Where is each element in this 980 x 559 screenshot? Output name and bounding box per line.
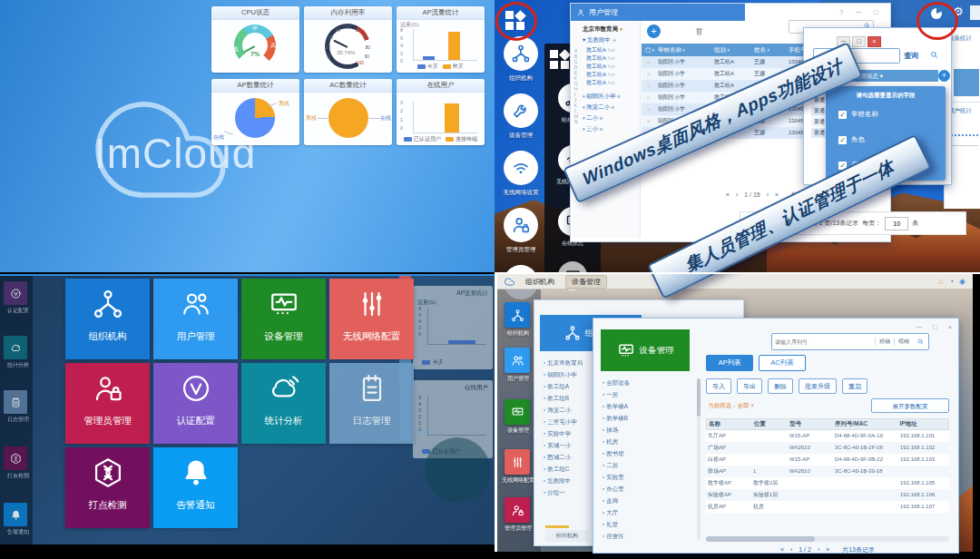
horizontal-scrollbar[interactable] <box>706 536 949 542</box>
tree-item[interactable]: 操场 <box>603 424 695 436</box>
table-row[interactable]: 白楼APW15-APD4-68-4D-9F-0B-22192.168.1.103 <box>706 454 949 466</box>
sliders-icon[interactable] <box>505 449 530 475</box>
device-window-header[interactable]: 设备管理 <box>601 329 690 371</box>
close-button[interactable]: × <box>867 36 881 47</box>
serial-search-input[interactable] <box>772 338 875 346</box>
tile-auth-config[interactable]: 认证配置 <box>153 363 238 444</box>
toolbar-button[interactable]: 删除 <box>768 378 793 394</box>
column-header[interactable]: IP地址 <box>897 420 948 428</box>
tree-item[interactable]: 全部设备 <box>603 377 695 388</box>
field-option[interactable]: ✓角色 <box>838 135 865 144</box>
tile-log-management[interactable]: 日志管理 <box>329 363 414 444</box>
alphabet-index[interactable]: M <box>574 114 578 120</box>
tree-group[interactable]: 三小 <box>583 123 637 134</box>
tree-item[interactable]: 走廊 <box>603 495 695 506</box>
taskbar-tab-active[interactable]: 设备管理 <box>565 275 607 289</box>
search-icon[interactable] <box>913 338 928 346</box>
fuzzy-mode-select[interactable]: 模糊 <box>894 338 913 346</box>
tree-item[interactable]: 教工组A <box>586 71 637 79</box>
admin-lock-icon[interactable] <box>505 497 530 523</box>
tree-item[interactable]: 教学楼A <box>603 400 695 412</box>
toolbar-button[interactable]: 导入 <box>706 378 731 394</box>
toolbar-button[interactable]: 重启 <box>842 378 867 394</box>
wifi-icon[interactable] <box>504 151 538 185</box>
column-group[interactable]: 组别 <box>712 46 752 54</box>
tree-item[interactable]: 实验室 <box>603 471 695 483</box>
org-chart-icon[interactable] <box>505 302 530 328</box>
pagination[interactable]: « ‹ 1 / 2 › » 共13条记录 <box>706 545 949 554</box>
tree-item[interactable]: 教工组A <box>586 54 637 63</box>
column-header[interactable]: 序列号/MAC <box>833 420 897 428</box>
tree-group[interactable]: 朝阳区小学 <box>583 91 637 102</box>
field-option[interactable]: ✓学校名称 <box>838 110 878 119</box>
tree-item[interactable]: 宿舍区 <box>603 530 695 542</box>
tree-item[interactable]: 教工组A <box>586 46 637 54</box>
per-page-input[interactable] <box>885 217 908 230</box>
window-controls[interactable]: ─ □ × <box>916 322 954 332</box>
tile-alert-notification[interactable]: 告警通知 <box>153 447 238 528</box>
window-titlebar[interactable]: 用户管理 <box>571 4 745 21</box>
status-column-header[interactable]: 启用状态 ▾ <box>851 70 938 82</box>
toolbar-button[interactable]: 批量升级 <box>799 378 837 394</box>
checkbox-icon[interactable]: ✓ <box>838 136 847 144</box>
tile-device-management[interactable]: 设备管理 <box>241 279 326 359</box>
checkbox-column[interactable]: ▢ <box>642 46 656 54</box>
table-row[interactable]: 机房AP机房192.168.1.107 <box>706 501 949 513</box>
home-icon[interactable]: ⌂ <box>938 277 943 286</box>
tree-group[interactable]: ▾ 北教附中 ⊖ <box>583 36 616 44</box>
wrench-icon[interactable] <box>504 93 538 128</box>
device-monitor-icon[interactable] <box>505 399 530 425</box>
tiles-logo-icon[interactable] <box>505 11 525 31</box>
tile-admin-management[interactable]: 管理员管理 <box>65 363 150 444</box>
tree-item[interactable]: 机房 <box>603 436 695 447</box>
tree-item[interactable]: 礼堂 <box>603 518 695 530</box>
tile-statistics[interactable]: 统计分析 <box>241 363 326 444</box>
collapse-icon[interactable]: ⊖ <box>612 37 616 43</box>
exact-mode-select[interactable]: 精确 <box>875 338 894 346</box>
add-user-button[interactable]: + <box>647 25 661 38</box>
column-name[interactable]: 姓名 <box>752 46 787 54</box>
tree-item[interactable]: 教学楼B <box>603 412 695 424</box>
org-root[interactable]: 北京市教育局 ● <box>583 25 623 34</box>
column-school[interactable]: 学校名称 <box>656 46 712 54</box>
taskbar-tab[interactable]: 组织机构 <box>520 276 560 288</box>
tree-item[interactable]: 大厅 <box>603 506 695 518</box>
search-icon[interactable] <box>929 50 939 60</box>
alphabet-index[interactable]: C <box>574 60 578 65</box>
tree-group[interactable]: 二小 <box>583 113 637 123</box>
org-chart-icon[interactable] <box>504 36 538 71</box>
table-row[interactable]: 实验楼AP实验楼1层192.168.1.106 <box>706 489 949 501</box>
tree-group[interactable]: 海淀二小 <box>583 102 637 113</box>
table-row[interactable]: 教学楼AP教学楼2层192.168.1.105 <box>706 477 949 489</box>
trash-icon[interactable] <box>694 26 704 36</box>
tile-org-structure[interactable]: 组织机构 <box>65 279 150 359</box>
window-chip[interactable]: 组织机构 <box>545 530 589 542</box>
tile-probe-detection[interactable]: 打点检测 <box>65 447 150 528</box>
alphabet-index[interactable]: N <box>574 120 578 125</box>
tree-item[interactable]: 办公室 <box>603 483 695 495</box>
admin-lock-icon[interactable] <box>504 208 538 242</box>
tree-item[interactable]: 图书馆 <box>603 447 695 459</box>
toolbar-button[interactable]: 导出 <box>737 378 762 394</box>
tree-item[interactable]: 一层 <box>603 388 695 400</box>
table-row[interactable]: 操场AP1WA26103C-8C-40-1B-30-18 <box>706 466 949 477</box>
column-header[interactable]: 位置 <box>752 420 789 428</box>
add-column-button[interactable]: + <box>938 70 950 82</box>
apps-icon[interactable]: ◈ <box>959 277 965 286</box>
column-header[interactable]: 名称 <box>707 420 752 428</box>
tile-wireless-config[interactable]: 无线网络配置 <box>329 279 414 359</box>
tile-user-management[interactable]: 用户管理 <box>153 279 238 359</box>
tab-ap-list[interactable]: AP列表 <box>706 355 753 371</box>
tree-item[interactable]: 教工组A <box>586 63 637 71</box>
checkbox-icon[interactable]: ✓ <box>838 111 847 119</box>
table-row[interactable]: 广场APWA26103C-8C-40-1B-2F-06192.168.1.102 <box>706 442 949 454</box>
theme-icon[interactable]: ◔ <box>949 277 954 286</box>
table-row[interactable]: 大厅APW15-APD4-68-4D-9F-0A-10192.168.1.101 <box>706 430 949 442</box>
column-header[interactable]: 型号 <box>788 420 833 428</box>
expand-config-button[interactable]: 展开参数配置 <box>871 398 949 413</box>
tiles-logo-icon[interactable] <box>550 50 570 70</box>
query-button[interactable]: 查询 <box>904 51 918 61</box>
filter-breadcrumb[interactable]: 当前筛选：全部 × <box>708 402 754 410</box>
maximize-button[interactable]: □ <box>852 36 866 47</box>
alphabet-index[interactable]: G <box>574 82 578 87</box>
